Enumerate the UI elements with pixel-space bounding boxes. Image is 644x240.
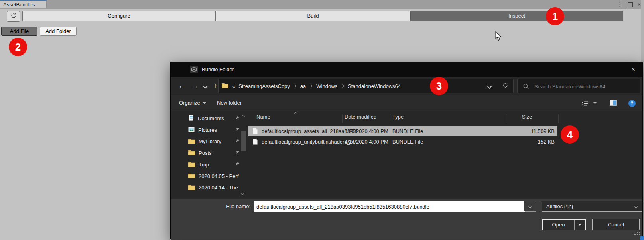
sidebar-item-2020-04-14[interactable]: 2020.04.14 - The (171, 182, 240, 193)
breadcrumb-item[interactable]: Windows (315, 83, 339, 89)
folder-icon (188, 150, 195, 157)
annotation-3: 3 (430, 77, 448, 95)
picture-icon (188, 127, 195, 134)
window-controls: ⋮ × (617, 0, 641, 9)
file-name-label: File name: (209, 201, 250, 212)
maximize-icon[interactable] (628, 2, 633, 7)
file-row-selected[interactable]: defaultlocalgroup_assets_all_218aa0393f.… (248, 126, 557, 136)
cancel-button[interactable]: Cancel (592, 219, 640, 230)
column-divider[interactable] (507, 114, 507, 123)
forward-icon[interactable]: → (190, 81, 201, 91)
address-dropdown-icon[interactable] (487, 84, 492, 89)
file-type: BUNDLE File (392, 137, 423, 147)
add-folder-button[interactable]: Add Folder (40, 27, 77, 36)
views-dropdown-icon[interactable] (593, 102, 597, 104)
pin-icon (235, 161, 240, 168)
pin-icon (235, 115, 240, 122)
file-icon (252, 139, 258, 146)
editor-tab-strip (0, 0, 644, 9)
file-name-dropdown-icon[interactable] (524, 201, 536, 211)
column-divider[interactable] (558, 114, 559, 123)
refresh-icon (10, 12, 17, 20)
column-header-name[interactable]: Name (256, 114, 270, 120)
column-header-date[interactable]: Date modified (345, 114, 376, 120)
address-bar[interactable]: « StreamingAssetsCopy aa Windows Standal… (218, 79, 514, 93)
pin-icon (235, 127, 240, 134)
breadcrumb-separator-icon (341, 84, 344, 88)
search-input[interactable] (534, 79, 639, 94)
more-options-icon[interactable]: ⋮ (617, 0, 623, 9)
views-list-icon[interactable] (582, 101, 589, 108)
new-folder-button[interactable]: New folder (217, 95, 242, 111)
breadcrumb-separator-icon (293, 84, 297, 88)
sidebar-item-documents[interactable]: Documents (171, 113, 240, 124)
open-button[interactable]: Open (542, 219, 586, 230)
file-list: Name Date modified Type Size defaultloca… (248, 112, 559, 199)
refresh-button[interactable] (7, 11, 20, 22)
dialog-title: Bundle Folder (202, 62, 234, 77)
assetbundles-window-tab[interactable]: AssetBundles (0, 0, 47, 8)
sidebar-item-posts[interactable]: Posts (171, 147, 240, 159)
file-date: 4/27/2020 4:00 PM (345, 137, 388, 147)
column-divider[interactable] (342, 114, 343, 123)
refresh-address-icon[interactable] (502, 82, 508, 90)
unity-logo-icon (190, 66, 198, 75)
bundle-folder-dialog: Bundle Folder × ← → ↑ « StreamingAssetsC… (170, 62, 643, 239)
preview-pane-icon[interactable] (610, 100, 617, 107)
pin-icon (235, 150, 240, 157)
sidebar-item-pictures[interactable]: Pictures (171, 124, 240, 136)
open-dropdown-icon[interactable] (575, 220, 585, 230)
tab-configure[interactable]: Configure (22, 11, 216, 21)
sidebar-item-tmp[interactable]: Tmp (171, 159, 240, 170)
search-icon (523, 83, 529, 91)
breadcrumb-item[interactable]: StreamingAssetsCopy (237, 83, 291, 89)
back-icon[interactable]: ← (176, 81, 187, 91)
annotation-1: 1 (546, 7, 564, 25)
breadcrumb-item[interactable]: StandaloneWindows64 (346, 83, 402, 89)
file-name-combo[interactable] (254, 201, 536, 212)
sidebar-item-2020-04-05[interactable]: 2020.04.05 - Perf (171, 170, 240, 182)
annotation-2: 2 (9, 38, 27, 56)
breadcrumb-separator-icon (309, 84, 313, 88)
help-icon[interactable]: ? (628, 100, 636, 107)
column-divider[interactable] (390, 114, 390, 123)
tab-inspect[interactable]: Inspect (410, 11, 623, 21)
file-type-select[interactable]: All files (*.*) (542, 201, 642, 212)
file-size: 152 KB (484, 137, 555, 147)
mouse-cursor (494, 31, 503, 43)
corner-accent (640, 236, 644, 240)
folder-icon (188, 173, 195, 180)
annotation-4: 4 (561, 125, 579, 144)
sidebar-scroll-up-icon[interactable] (242, 115, 245, 118)
search-box[interactable] (517, 79, 640, 93)
folder-icon (188, 138, 195, 145)
file-icon (252, 128, 258, 135)
pin-icon (235, 138, 240, 145)
resize-grip[interactable] (634, 229, 641, 237)
document-icon (188, 115, 194, 123)
sidebar-item-mylibrary[interactable]: MyLibrary (171, 136, 240, 147)
column-header-size[interactable]: Size (522, 114, 532, 120)
add-file-button[interactable]: Add File (1, 27, 37, 36)
dialog-titlebar[interactable]: Bundle Folder × (171, 62, 642, 77)
sidebar-scroll-down-icon[interactable] (241, 192, 244, 195)
tab-build[interactable]: Build (215, 11, 411, 21)
breadcrumb-overflow[interactable]: « (231, 83, 237, 89)
file-type: BUNDLE File (392, 126, 423, 136)
file-size: 11,509 KB (484, 126, 555, 136)
window-close-icon[interactable]: × (638, 0, 641, 9)
file-date: 4/27/2020 4:00 PM (345, 126, 388, 136)
column-header-type[interactable]: Type (392, 114, 404, 120)
folder-icon (222, 83, 228, 89)
file-type-dropdown-icon (634, 205, 638, 208)
file-name: defaultlocalgroup_unitybuiltinshaders_bf… (262, 137, 358, 147)
file-name-input[interactable] (254, 201, 525, 212)
organize-dropdown-icon (203, 102, 206, 104)
sidebar-scrollbar[interactable] (241, 131, 246, 151)
file-row[interactable]: defaultlocalgroup_unitybuiltinshaders_bf… (248, 137, 557, 147)
sort-ascending-icon (294, 112, 297, 115)
dialog-close-icon[interactable]: × (624, 62, 642, 77)
folder-icon (188, 161, 195, 168)
organize-menu[interactable]: Organize (179, 95, 206, 111)
breadcrumb-item[interactable]: aa (299, 83, 307, 89)
